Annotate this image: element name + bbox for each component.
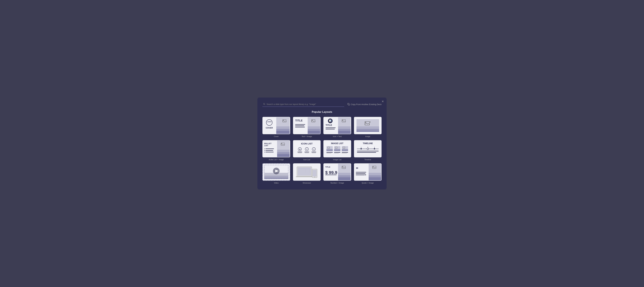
layout-item-cover[interactable]: LOGO COVER Cover (262, 117, 290, 137)
layout-label-image-list: Image List (333, 158, 342, 160)
svg-point-94 (374, 148, 375, 149)
svg-text:◉: ◉ (299, 148, 300, 150)
svg-text:TITLE: TITLE (326, 124, 332, 126)
svg-rect-75 (326, 149, 333, 151)
svg-text:LOGO: LOGO (267, 121, 272, 122)
layout-thumbnail-showcase (293, 163, 321, 181)
layout-item-quote-image[interactable]: " " Quote + Image (354, 163, 382, 184)
svg-rect-70 (312, 152, 316, 152)
svg-rect-21 (295, 124, 305, 124)
svg-text:⊕: ⊕ (306, 148, 307, 150)
layout-item-image[interactable]: Image (354, 117, 382, 137)
svg-point-52 (264, 148, 265, 149)
layout-item-showcase[interactable]: Showcase (293, 163, 321, 184)
search-icon (263, 103, 265, 106)
svg-rect-78 (334, 149, 340, 151)
svg-rect-40 (356, 131, 379, 132)
svg-point-115 (314, 177, 315, 177)
svg-rect-117 (306, 168, 310, 173)
layout-item-bullet-list[interactable]: BULLET LIST Bullet List + Image (262, 140, 290, 161)
svg-point-30 (342, 120, 343, 120)
layout-thumbnail-number-image: TITLE $ 99.9 (324, 163, 351, 181)
svg-text:ICON LIST: ICON LIST (301, 142, 312, 145)
layout-label-bullet-list: Bullet List + Image (269, 158, 284, 160)
layout-item-text-image[interactable]: TITLE Text + Image (293, 117, 321, 137)
section-title: Popular Layouts (262, 110, 382, 114)
layout-picker-modal: × Copy From Another Existing Deck (258, 98, 386, 190)
layout-thumbnail-text-image: TITLE (293, 117, 321, 134)
svg-rect-57 (266, 152, 274, 152)
search-input[interactable] (266, 103, 344, 106)
layout-item-video[interactable]: Video (262, 163, 290, 184)
svg-rect-66 (304, 152, 309, 152)
svg-text:TITLE: TITLE (325, 166, 330, 168)
svg-point-124 (342, 166, 343, 167)
svg-rect-136 (356, 172, 366, 172)
layout-item-number-image[interactable]: TITLE $ 99.9 Number + Image (324, 163, 351, 184)
modal-overlay: × Copy From Another Existing Deck (0, 0, 644, 287)
svg-text:◎: ◎ (313, 148, 314, 150)
layout-thumbnail-icon-list: ICON LIST ◉ ⊕ ◎ (293, 140, 321, 158)
layout-label-quote-image: Quote + Image (362, 182, 374, 184)
copy-btn-label: Copy From Another Existing Deck (351, 103, 382, 106)
svg-text:": " (364, 174, 366, 178)
svg-rect-63 (298, 153, 302, 153)
svg-rect-83 (326, 152, 333, 153)
svg-rect-7 (276, 131, 290, 134)
layout-label-icon-list: Icon List (304, 158, 310, 160)
svg-rect-99 (357, 152, 376, 153)
svg-rect-34 (326, 128, 336, 128)
svg-rect-127 (325, 175, 337, 175)
svg-rect-116 (299, 168, 305, 173)
svg-rect-112 (296, 176, 313, 177)
svg-rect-55 (266, 150, 273, 150)
svg-rect-137 (356, 174, 365, 174)
layout-label-icon-text: Icon + Text (333, 136, 342, 137)
copy-from-deck-button[interactable]: Copy From Another Existing Deck (347, 103, 382, 106)
svg-rect-67 (305, 153, 309, 153)
svg-text:$ 99.9: $ 99.9 (325, 170, 337, 175)
svg-rect-71 (312, 153, 316, 153)
svg-point-42 (365, 122, 366, 123)
close-button[interactable]: × (382, 100, 384, 103)
svg-rect-138 (356, 175, 364, 175)
svg-rect-53 (266, 148, 274, 149)
svg-rect-81 (342, 149, 348, 151)
svg-rect-17 (308, 131, 320, 134)
svg-rect-35 (326, 129, 335, 129)
svg-text:LIST: LIST (264, 144, 268, 146)
svg-point-54 (264, 150, 265, 151)
layout-thumbnail-image (354, 117, 382, 134)
svg-text:COVER: COVER (266, 127, 273, 129)
svg-rect-88 (342, 153, 347, 154)
svg-point-56 (264, 152, 265, 152)
svg-rect-85 (342, 152, 348, 153)
svg-point-49 (281, 143, 282, 144)
svg-text:BULLET: BULLET (264, 142, 272, 144)
layout-thumbnail-video (262, 163, 290, 181)
svg-line-1 (265, 104, 265, 105)
layout-label-cover: Cover (274, 136, 279, 137)
layout-item-timeline[interactable]: TIMELINE Timeline (354, 140, 382, 161)
layout-thumbnail-image-list: IMAGE LIST (324, 140, 351, 158)
search-bar[interactable] (262, 102, 344, 107)
svg-rect-84 (334, 152, 340, 153)
svg-point-93 (367, 148, 369, 150)
svg-rect-86 (326, 153, 332, 154)
layout-label-showcase: Showcase (302, 182, 311, 184)
svg-rect-47 (277, 154, 290, 157)
layout-label-timeline: Timeline (364, 158, 371, 160)
copy-icon (347, 103, 350, 106)
layout-item-icon-text[interactable]: 📊 TITLE Icon + Text (324, 117, 351, 137)
svg-rect-87 (334, 153, 339, 154)
svg-text:📊: 📊 (329, 120, 332, 122)
svg-point-92 (360, 148, 362, 149)
layout-label-video: Video (274, 182, 278, 184)
svg-text:": " (356, 166, 358, 172)
layout-item-image-list[interactable]: IMAGE LIST Image List (324, 140, 351, 161)
svg-point-134 (373, 166, 373, 167)
layout-item-icon-list[interactable]: ICON LIST ◉ ⊕ ◎ Icon List (293, 140, 321, 161)
svg-rect-2 (348, 104, 350, 106)
svg-rect-114 (312, 170, 316, 176)
layout-thumbnail-timeline: TIMELINE (354, 140, 382, 158)
